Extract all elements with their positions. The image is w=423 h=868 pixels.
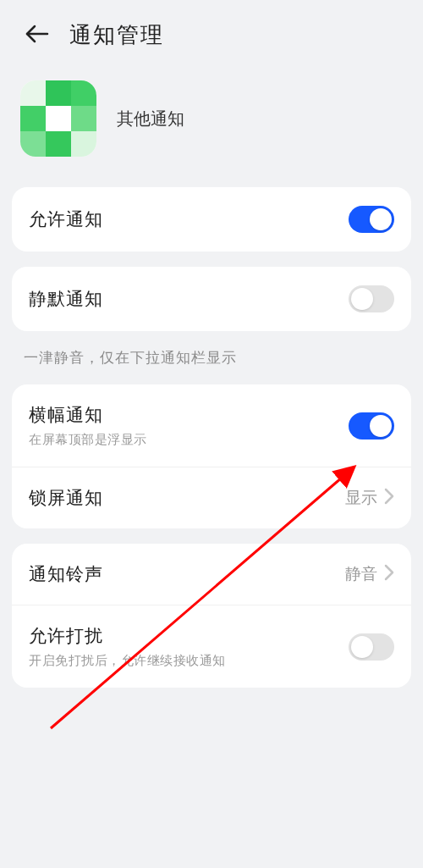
silent-hint-text: 一津静音，仅在下拉通知栏显示 [0, 346, 423, 384]
app-icon [20, 80, 96, 157]
page-title: 通知管理 [69, 20, 164, 50]
row-banner-notifications[interactable]: 横幅通知 在屏幕顶部是浮显示 [12, 384, 411, 467]
toggle-banner-notifications[interactable] [349, 412, 394, 440]
toggle-silent-notifications[interactable] [349, 285, 394, 312]
row-title: 静默通知 [29, 287, 103, 311]
row-allow-notifications[interactable]: 允许通知 [12, 187, 411, 252]
row-title: 锁屏通知 [29, 486, 103, 510]
row-subtitle: 在屏幕顶部是浮显示 [29, 432, 147, 448]
row-value: 显示 [345, 487, 377, 509]
row-title: 横幅通知 [29, 403, 147, 427]
row-silent-notifications[interactable]: 静默通知 [12, 267, 411, 331]
row-notification-ringtone[interactable]: 通知铃声 静音 [12, 544, 411, 605]
toggle-allow-notifications[interactable] [349, 206, 394, 233]
app-name-label: 其他通知 [117, 108, 184, 130]
row-title: 通知铃声 [29, 562, 103, 586]
row-subtitle: 开启免打扰后，允许继续接收通知 [29, 653, 226, 669]
app-summary-row: 其他通知 [0, 70, 423, 187]
back-icon[interactable] [24, 24, 49, 47]
row-title: 允许通知 [29, 207, 103, 231]
row-allow-disturb[interactable]: 允许打扰 开启免打扰后，允许继续接收通知 [12, 605, 411, 688]
toggle-allow-disturb[interactable] [349, 633, 394, 661]
chevron-right-icon [384, 564, 394, 584]
chevron-right-icon [384, 488, 394, 508]
row-lockscreen-notifications[interactable]: 锁屏通知 显示 [12, 467, 411, 528]
row-value: 静音 [345, 563, 377, 585]
row-title: 允许打扰 [29, 624, 226, 648]
